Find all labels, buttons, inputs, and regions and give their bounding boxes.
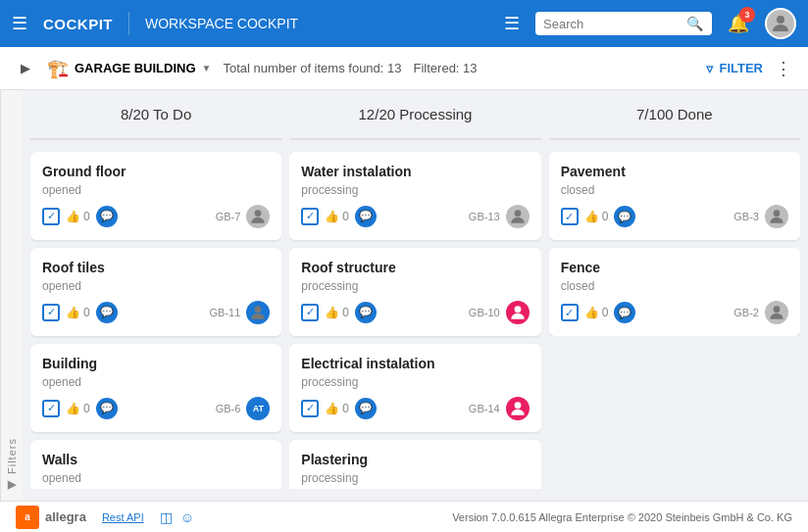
filter-button[interactable]: ▿ FILTER xyxy=(706,61,763,76)
card-ground-floor-status: opened xyxy=(42,183,270,197)
todo-header-text: 8/20 To Do xyxy=(121,106,191,122)
card-building-status: opened xyxy=(42,375,270,389)
comment-icon[interactable]: 💬 xyxy=(96,302,118,323)
check-icon[interactable]: ✓ xyxy=(561,304,579,321)
svg-point-0 xyxy=(777,16,784,24)
check-icon[interactable]: ✓ xyxy=(42,400,60,417)
todo-column-header: 8/20 To Do xyxy=(30,102,281,130)
card-avatar-at: AT xyxy=(246,397,270,420)
rest-api-link[interactable]: Rest API xyxy=(102,511,144,523)
comment-icon[interactable]: 💬 xyxy=(355,398,377,419)
card-walls-status: opened xyxy=(42,471,270,485)
user-avatar[interactable] xyxy=(765,8,796,39)
search-input[interactable] xyxy=(543,17,681,31)
comment-icon[interactable]: 💬 xyxy=(96,398,118,419)
side-arrow-icon: ◀ xyxy=(5,478,19,493)
card-plastering-title: Plastering xyxy=(301,452,529,467)
comment-icon[interactable]: 💬 xyxy=(96,206,118,227)
done-column-header: 7/100 Done xyxy=(549,102,800,130)
card-plastering-status: processing xyxy=(301,471,529,485)
processing-col-scroll: Water instalation processing ✓ 👍 0 💬 GB-… xyxy=(289,152,540,489)
svg-point-4 xyxy=(514,210,521,217)
card-plastering[interactable]: Plastering processing ✓ 👍 0 💬 GB-15 xyxy=(289,440,540,489)
nav-menu-icon[interactable]: ☰ xyxy=(504,13,520,34)
card-avatar xyxy=(765,301,788,324)
card-roof-structure-footer: ✓ 👍 0 💬 GB-10 xyxy=(301,301,529,324)
card-water[interactable]: Water instalation processing ✓ 👍 0 💬 GB-… xyxy=(289,152,540,240)
card-walls[interactable]: Walls opened ✓ 👍 0 💬 GB-8 xyxy=(30,440,281,489)
done-header-text: 7/100 Done xyxy=(636,106,713,122)
comment-icon[interactable]: 💬 xyxy=(355,302,377,323)
like-count[interactable]: 👍 0 xyxy=(66,306,90,319)
card-roof-tiles-footer: ✓ 👍 0 💬 GB-11 xyxy=(42,301,270,324)
card-fence-footer: ✓ 👍 0 💬 GB-2 xyxy=(561,301,788,324)
like-count[interactable]: 👍 0 xyxy=(325,210,349,223)
dashboard-icon[interactable]: ◫ xyxy=(160,509,173,525)
total-items-label: Total number of items found: 13 xyxy=(223,61,401,75)
notification-badge: 3 xyxy=(739,7,755,23)
allegra-text: allegra xyxy=(45,509,86,524)
like-count[interactable]: 👍 0 xyxy=(325,402,349,415)
card-roof-structure[interactable]: Roof structure processing ✓ 👍 0 💬 GB-10 xyxy=(289,248,540,336)
check-icon[interactable]: ✓ xyxy=(301,400,319,417)
check-icon[interactable]: ✓ xyxy=(561,208,579,225)
card-pavement[interactable]: Pavement closed ✓ 👍 0 💬 GB-3 xyxy=(549,152,800,240)
card-electrical[interactable]: Electrical instalation processing ✓ 👍 0 … xyxy=(289,344,540,432)
card-ground-floor-title: Ground floor xyxy=(42,164,270,179)
card-fence[interactable]: Fence closed ✓ 👍 0 💬 GB-2 xyxy=(549,248,800,336)
card-id: GB-13 xyxy=(469,211,500,222)
check-icon[interactable]: ✓ xyxy=(42,208,60,225)
card-building-footer: ✓ 👍 0 💬 GB-6 AT xyxy=(42,397,270,420)
filtered-label: Filtered: 13 xyxy=(414,61,478,75)
logo-icon: a xyxy=(16,506,39,529)
version-text: Version 7.0.0.615 Allegra Enterprise © 2… xyxy=(452,511,792,523)
card-pavement-title: Pavement xyxy=(561,164,788,179)
card-fence-title: Fence xyxy=(561,260,788,275)
check-icon[interactable]: ✓ xyxy=(42,304,60,321)
like-count[interactable]: 👍 0 xyxy=(584,306,609,319)
card-avatar xyxy=(246,205,270,228)
card-walls-title: Walls xyxy=(42,452,270,467)
sidebar-toggle-icon[interactable]: ▶ xyxy=(16,59,35,78)
workspace-badge: 🏗️ GARAGE BUILDING ▼ xyxy=(47,58,211,79)
notification-button[interactable]: 🔔 3 xyxy=(728,13,749,34)
comment-icon[interactable]: 💬 xyxy=(614,206,635,227)
svg-point-9 xyxy=(774,306,781,313)
search-icon[interactable]: 🔍 xyxy=(686,16,703,31)
card-ground-floor[interactable]: Ground floor opened ✓ 👍 0 💬 GB-7 xyxy=(30,152,281,240)
check-icon[interactable]: ✓ xyxy=(301,304,319,321)
kebab-menu-icon[interactable]: ⋮ xyxy=(775,58,792,79)
cockpit-title: COCKPIT xyxy=(43,16,113,32)
check-icon[interactable]: ✓ xyxy=(301,208,319,225)
card-water-title: Water instalation xyxy=(301,164,529,179)
svg-point-8 xyxy=(774,210,781,217)
card-roof-structure-title: Roof structure xyxy=(301,260,529,275)
card-building[interactable]: Building opened ✓ 👍 0 💬 GB-6 AT xyxy=(30,344,281,432)
like-count[interactable]: 👍 0 xyxy=(325,306,349,319)
card-id: GB-11 xyxy=(210,307,241,318)
bottom-icons: ◫ ☺ xyxy=(160,509,194,525)
processing-col-divider xyxy=(289,138,540,140)
user-icon[interactable]: ☺ xyxy=(180,509,194,525)
top-navigation: ☰ COCKPIT WORKSPACE COCKPIT ☰ 🔍 🔔 3 xyxy=(0,0,808,47)
card-roof-tiles-title: Roof tiles xyxy=(42,260,270,275)
card-roof-structure-status: processing xyxy=(301,279,529,293)
svg-point-2 xyxy=(255,306,262,313)
done-col-divider xyxy=(549,138,800,140)
comment-icon[interactable]: 💬 xyxy=(614,302,635,323)
like-count[interactable]: 👍 0 xyxy=(66,210,90,223)
workspace-icon: 🏗️ xyxy=(47,58,69,79)
comment-icon[interactable]: 💬 xyxy=(355,206,377,227)
workspace-dropdown-icon[interactable]: ▼ xyxy=(202,63,212,73)
card-electrical-status: processing xyxy=(301,375,529,389)
column-done: 7/100 Done Pavement closed ✓ 👍 0 💬 GB-3 xyxy=(549,102,800,489)
like-count[interactable]: 👍 0 xyxy=(66,402,90,415)
svg-point-5 xyxy=(514,306,521,313)
main-area: ◀ Filters 8/20 To Do Ground floor opened… xyxy=(0,90,808,501)
todo-col-scroll: Ground floor opened ✓ 👍 0 💬 GB-7 Ro xyxy=(30,152,281,489)
side-filters-panel[interactable]: ◀ Filters xyxy=(0,90,23,501)
workspace-cockpit-title: WORKSPACE COCKPIT xyxy=(145,16,298,31)
like-count[interactable]: 👍 0 xyxy=(584,210,609,223)
hamburger-menu-icon[interactable]: ☰ xyxy=(12,13,27,34)
card-roof-tiles[interactable]: Roof tiles opened ✓ 👍 0 💬 GB-11 xyxy=(30,248,281,336)
